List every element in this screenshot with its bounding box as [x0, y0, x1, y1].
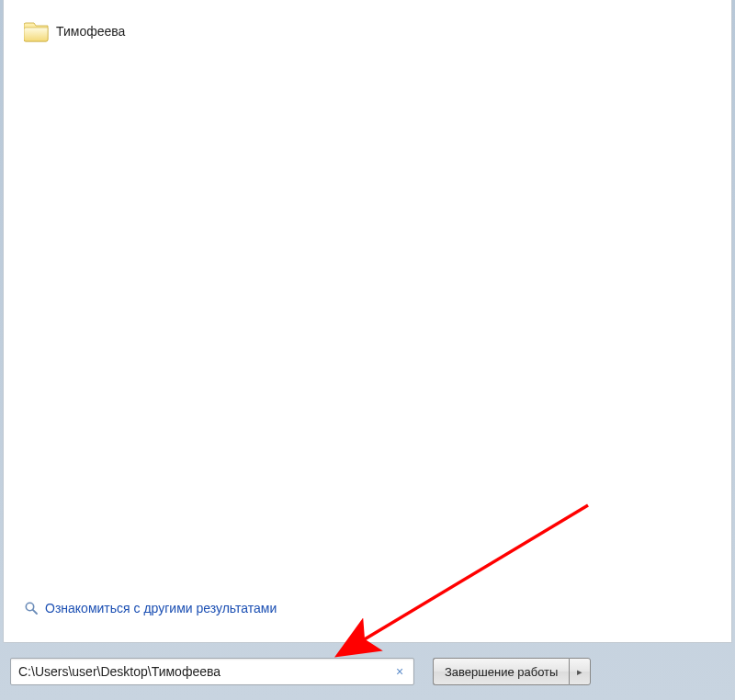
see-more-results-link[interactable]: Ознакомиться с другими результатами — [24, 601, 277, 615]
shutdown-split-button: Завершение работы ▸ — [433, 658, 591, 685]
search-result-label: Тимофеева — [56, 24, 125, 39]
search-input[interactable] — [18, 664, 390, 679]
start-menu-bottom-bar: × Завершение работы ▸ — [3, 650, 732, 693]
folder-icon — [24, 20, 50, 42]
see-more-results-text: Ознакомиться с другими результатами — [45, 601, 277, 615]
search-icon — [24, 601, 39, 615]
search-result-folder[interactable]: Тимофеева — [24, 20, 125, 42]
shutdown-button[interactable]: Завершение работы — [433, 658, 569, 685]
search-box[interactable]: × — [10, 658, 414, 685]
shutdown-options-arrow[interactable]: ▸ — [569, 658, 591, 685]
svg-line-1 — [33, 610, 37, 614]
start-menu-results-panel: Тимофеева Ознакомиться с другими результ… — [3, 0, 732, 643]
chevron-right-icon: ▸ — [577, 666, 582, 678]
clear-search-button[interactable]: × — [390, 661, 410, 682]
